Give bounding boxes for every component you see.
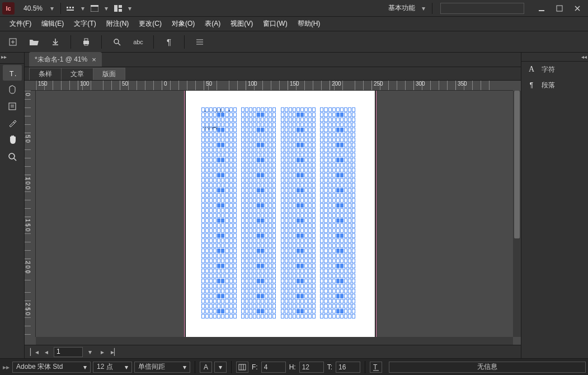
vertical-ruler[interactable]: 05 01 0 01 5 02 0 02 5 0 [25, 91, 36, 337]
find-icon[interactable] [109, 34, 125, 50]
menu-changes[interactable]: 更改(C) [134, 17, 167, 31]
zoom-level: 40.5% [19, 4, 47, 12]
page-number-field[interactable]: 1 [54, 347, 83, 357]
menu-table[interactable]: 表(A) [200, 17, 225, 31]
view-tab-story[interactable]: 文章 [61, 68, 93, 80]
character-icon: A [527, 65, 536, 74]
panel-character-label: 字符 [542, 65, 555, 74]
scale-icon[interactable]: T [370, 362, 382, 373]
eyedropper-tool[interactable] [3, 115, 22, 131]
document-tab[interactable]: *未命名-1 @ 41% × [29, 52, 102, 67]
svg-rect-2 [72, 7, 74, 8]
paragraph-icon: ¶ [527, 81, 536, 89]
prev-page-button[interactable]: ◂ [41, 347, 51, 357]
zoom-dropdown[interactable]: ▾ [50, 4, 54, 12]
last-page-button[interactable]: ▸▏ [110, 347, 120, 357]
svg-text:T: T [10, 70, 14, 77]
arrange-dropdown[interactable]: ▾ [128, 4, 131, 12]
t-label: T: [326, 363, 333, 371]
type-tool[interactable]: T. [3, 65, 22, 81]
f-label: F: [251, 363, 259, 371]
close-tab-icon[interactable]: × [92, 55, 96, 64]
svg-line-32 [14, 158, 16, 161]
menu-bar: 文件(F) 编辑(E) 文字(T) 附注(N) 更改(C) 对象(O) 表(A)… [0, 17, 588, 31]
close-button[interactable] [569, 2, 586, 15]
svg-text:.: . [15, 70, 16, 77]
view-tab-galley[interactable]: 条样 [29, 68, 62, 80]
canvas[interactable]: Adobe宋体Std 至第7框 40W x 35L = 1400(19) [36, 91, 513, 337]
vertical-scrollbar[interactable] [513, 91, 521, 337]
hand-grab-tool[interactable] [3, 82, 22, 97]
font-size-field[interactable]: 12 点▾ [93, 362, 132, 373]
status-info: 无信息 [389, 362, 586, 373]
arrange-icon[interactable] [111, 2, 125, 15]
svg-line-22 [118, 43, 120, 45]
minimize-button[interactable] [533, 2, 550, 15]
svg-rect-1 [69, 7, 71, 8]
menu-notes[interactable]: 附注(N) [101, 17, 134, 31]
pilcrow-icon[interactable]: ¶ [161, 34, 177, 50]
ruler-origin[interactable] [25, 81, 36, 91]
svg-text:T: T [373, 363, 378, 371]
list-icon[interactable] [191, 34, 208, 50]
menu-help[interactable]: 帮助(H) [293, 17, 326, 31]
menu-file[interactable]: 文件(F) [4, 17, 36, 31]
frame-grid-icon [236, 362, 248, 373]
menu-window[interactable]: 窗口(W) [258, 17, 292, 31]
panel-paragraph-label: 段落 [542, 81, 555, 90]
search-input[interactable] [440, 3, 524, 14]
panel-character[interactable]: A 字符 [521, 62, 588, 77]
svg-rect-9 [539, 10, 544, 11]
expand-left-grip[interactable]: ▸▸ [0, 53, 8, 60]
status-expand-grip[interactable]: ▸▸ [2, 363, 10, 371]
svg-rect-7 [119, 5, 122, 8]
workspace-label[interactable]: 基本功能 [385, 3, 418, 13]
workspace-dropdown[interactable]: ▾ [422, 4, 425, 12]
menu-view[interactable]: 视图(V) [225, 17, 258, 31]
svg-rect-5 [91, 5, 98, 7]
view-options-dropdown[interactable]: ▾ [81, 4, 84, 12]
h-label: H: [288, 363, 297, 371]
page-dropdown[interactable]: ▾ [88, 348, 92, 356]
svg-rect-3 [67, 10, 74, 11]
svg-rect-0 [67, 7, 68, 8]
line-spacing-field[interactable]: 单倍间距▾ [134, 362, 190, 373]
spellcheck-icon[interactable]: abc [130, 34, 147, 50]
tools-panel: T. [0, 53, 25, 358]
t-value: 16 [336, 362, 360, 373]
view-options-icon[interactable] [64, 2, 78, 15]
page[interactable]: Adobe宋体Std 至第7框 40W x 35L = 1400(19) [186, 91, 375, 337]
screen-mode-icon[interactable] [88, 2, 101, 15]
print-icon[interactable] [78, 34, 95, 50]
svg-rect-33 [239, 364, 246, 370]
f-value: 4 [261, 362, 286, 373]
next-page-button[interactable]: ▸ [97, 347, 107, 357]
panel-paragraph[interactable]: ¶ 段落 [521, 77, 588, 93]
svg-point-31 [9, 153, 15, 159]
app-icon: Ic [2, 2, 15, 15]
view-tab-layout[interactable]: 版面 [93, 68, 125, 80]
new-icon[interactable] [4, 34, 21, 50]
svg-rect-10 [557, 6, 562, 11]
menu-edit[interactable]: 编辑(E) [36, 17, 69, 31]
char-options-icon[interactable]: ▾ [214, 362, 227, 373]
menu-object[interactable]: 对象(O) [167, 17, 200, 31]
right-panel: A 字符 ¶ 段落 [521, 53, 588, 358]
menu-text[interactable]: 文字(T) [69, 17, 101, 31]
expand-right-grip[interactable]: ◂◂ [580, 53, 588, 60]
font-family-field[interactable]: Adobe 宋体 Std▾ [12, 362, 91, 373]
hand-tool[interactable] [3, 132, 22, 148]
char-width-icon[interactable]: A [200, 362, 212, 373]
first-page-button[interactable]: ▏◂ [29, 347, 39, 357]
horizontal-scrollbar[interactable] [36, 337, 513, 345]
save-icon[interactable] [47, 34, 64, 50]
screen-mode-dropdown[interactable]: ▾ [105, 4, 108, 12]
svg-rect-19 [84, 39, 88, 41]
horizontal-ruler[interactable]: 15010050050100150200250300350 [36, 81, 513, 91]
maximize-button[interactable] [551, 2, 568, 15]
svg-rect-8 [119, 9, 122, 12]
note-tool[interactable] [3, 99, 22, 114]
svg-rect-6 [114, 5, 117, 12]
open-icon[interactable] [26, 34, 43, 50]
zoom-tool[interactable] [3, 149, 22, 165]
